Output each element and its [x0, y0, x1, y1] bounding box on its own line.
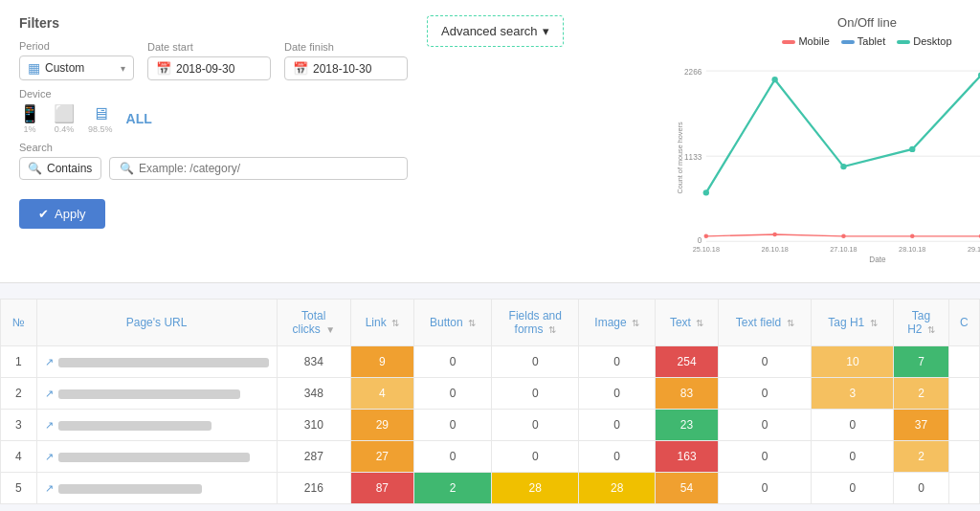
external-link-icon[interactable]: ↗: [45, 419, 54, 431]
url-bar: [58, 484, 202, 494]
cell-total: 348: [277, 378, 350, 410]
cell-url: ↗: [36, 473, 277, 504]
cell-fields: 0: [492, 410, 579, 441]
search-input[interactable]: [139, 162, 330, 175]
search-type-wrapper[interactable]: 🔍 Contains: [19, 157, 101, 180]
apply-label: Apply: [55, 207, 86, 221]
mobile-pct: 1%: [23, 124, 35, 134]
col-num: №: [1, 300, 37, 346]
search-input-icon: 🔍: [120, 162, 134, 175]
cell-c: [948, 410, 979, 441]
cell-tagh1: 0: [812, 473, 894, 504]
svg-text:27.10.18: 27.10.18: [830, 245, 857, 254]
external-link-icon[interactable]: ↗: [45, 451, 54, 462]
cell-link: 87: [350, 473, 413, 504]
search-group: Search 🔍 Contains 🔍: [19, 142, 408, 180]
svg-text:0: 0: [698, 236, 702, 245]
device-all-button[interactable]: ALL: [126, 111, 152, 126]
date-finish-wrapper[interactable]: 📅: [284, 56, 408, 80]
calendar-start-icon: 📅: [156, 61, 171, 76]
chart-area: On/Off line Mobile Tablet Desktop 2266 1…: [676, 15, 980, 263]
cell-button: 0: [413, 346, 492, 378]
table-row: 3 ↗ 310 29 0 0 0 23 0 0 37: [1, 410, 980, 441]
cell-tagh2: 7: [894, 346, 948, 378]
col-tagh1[interactable]: Tag H1 ⇅: [812, 300, 894, 346]
col-total-clicks[interactable]: Totalclicks ▼: [277, 300, 350, 346]
col-link[interactable]: Link ⇅: [350, 300, 413, 346]
external-link-icon[interactable]: ↗: [45, 356, 54, 367]
cell-text: 54: [656, 473, 719, 504]
date-start-input[interactable]: [176, 62, 262, 76]
desktop-icon: 🖥: [92, 104, 109, 124]
svg-point-9: [840, 164, 846, 169]
cell-tagh2: 37: [894, 410, 948, 441]
cell-fields: 28: [492, 473, 579, 504]
cell-tagh2: 0: [894, 473, 948, 504]
device-tablet[interactable]: ⬜ 0.4%: [54, 103, 75, 134]
cell-c: [948, 378, 979, 410]
cell-text: 23: [656, 410, 719, 441]
apply-button[interactable]: ✔ Apply: [19, 199, 105, 229]
legend-mobile: Mobile: [782, 35, 829, 47]
col-text[interactable]: Text ⇅: [656, 300, 719, 346]
col-url[interactable]: Page's URL: [36, 300, 277, 346]
cell-url: ↗: [36, 378, 277, 410]
device-mobile[interactable]: 📱 1%: [19, 103, 40, 134]
apply-check-icon: ✔: [38, 207, 49, 221]
cell-c: [948, 346, 979, 378]
col-c[interactable]: C: [948, 300, 979, 346]
cell-total: 834: [277, 346, 350, 378]
svg-text:29.10.18: 29.10.18: [968, 245, 980, 254]
advanced-search-area: Advanced search ▾: [427, 15, 657, 47]
legend-tablet: Tablet: [841, 35, 885, 47]
legend-desktop: Desktop: [897, 35, 951, 47]
search-input-wrapper[interactable]: 🔍: [109, 157, 408, 180]
table-header-row: № Page's URL Totalclicks ▼ Link ⇅ Button…: [1, 300, 980, 346]
advanced-search-label: Advanced search: [441, 24, 537, 38]
device-icons-row: 📱 1% ⬜ 0.4% 🖥 98.5% ALL: [19, 103, 408, 134]
cell-textfield: 0: [718, 346, 812, 378]
chart-title: On/Off line: [676, 15, 980, 30]
cell-total: 287: [277, 441, 350, 473]
chart-legend: Mobile Tablet Desktop: [676, 35, 980, 47]
col-tagh2[interactable]: TagH2 ⇅: [894, 300, 948, 346]
external-link-icon[interactable]: ↗: [45, 482, 54, 494]
svg-point-10: [909, 146, 915, 152]
period-select[interactable]: Custom: [45, 61, 117, 75]
cell-tagh2: 2: [894, 441, 948, 473]
url-bar: [58, 421, 212, 431]
col-textfield[interactable]: Text field ⇅: [718, 300, 812, 346]
date-start-wrapper[interactable]: 📅: [147, 56, 271, 80]
cell-image: 0: [579, 410, 656, 441]
col-image[interactable]: Image ⇅: [579, 300, 656, 346]
period-select-wrapper[interactable]: ▦ Custom ▾: [19, 56, 134, 80]
cell-link: 29: [350, 410, 413, 441]
mobile-icon: 📱: [19, 103, 40, 124]
filters-title: Filters: [19, 15, 408, 31]
cell-textfield: 0: [718, 441, 812, 473]
svg-point-8: [771, 77, 777, 82]
date-start-group: Date start 📅: [147, 41, 271, 80]
svg-point-15: [841, 234, 846, 239]
svg-text:1133: 1133: [684, 153, 702, 162]
search-type-select[interactable]: Contains: [47, 162, 93, 175]
date-finish-input[interactable]: [313, 62, 399, 76]
cell-textfield: 0: [718, 410, 812, 441]
svg-text:26.10.18: 26.10.18: [761, 245, 788, 254]
advanced-search-button[interactable]: Advanced search ▾: [427, 15, 564, 47]
cell-image: 0: [579, 441, 656, 473]
device-desktop[interactable]: 🖥 98.5%: [88, 104, 113, 134]
col-fields[interactable]: Fields andforms ⇅: [492, 300, 579, 346]
cell-tagh1: 0: [812, 441, 894, 473]
cell-text: 83: [656, 378, 719, 410]
cell-image: 0: [579, 378, 656, 410]
cell-tagh1: 3: [812, 378, 894, 410]
col-button[interactable]: Button ⇅: [413, 300, 492, 346]
cell-url: ↗: [36, 441, 277, 473]
cell-text: 254: [656, 346, 719, 378]
cell-link: 4: [350, 378, 413, 410]
external-link-icon[interactable]: ↗: [45, 388, 54, 399]
search-select-icon: 🔍: [28, 162, 42, 175]
data-table: № Page's URL Totalclicks ▼ Link ⇅ Button…: [0, 299, 980, 504]
cell-num: 5: [1, 473, 37, 504]
